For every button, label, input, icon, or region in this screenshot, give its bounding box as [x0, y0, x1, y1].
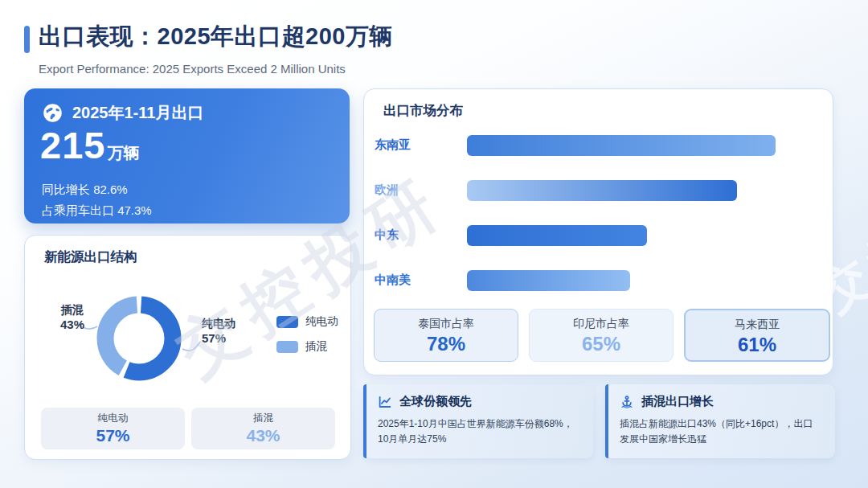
highlight-text: 插混占新能源出口43%（同比+16pct），出口 发展中国家增长迅猛: [620, 416, 827, 447]
donut-callout-bev: 纯电动 57%: [202, 317, 235, 346]
callout-value: 57%: [202, 331, 235, 347]
growth-label: 同比增长: [42, 182, 90, 196]
highlight-text: 2025年1-10月中国占世界新能源车份额68%， 10月单月达75%: [378, 416, 585, 447]
legend-swatch-phev: [276, 341, 298, 353]
nev-stat-bev: 纯电动 57%: [41, 408, 185, 449]
stat-label: 泰国市占率: [375, 317, 518, 331]
title-accent-bar: [24, 26, 30, 53]
page-title: 出口表现：2025年出口超200万辆: [39, 21, 393, 53]
callout-label: 纯电动: [202, 317, 235, 331]
stat-label: 纯电动: [41, 412, 185, 425]
stat-value: 61%: [686, 334, 829, 356]
stat-value: 57%: [41, 426, 185, 445]
summary-value: 215: [40, 123, 105, 167]
nev-structure-card: 新能源出口结构 插混 43% 纯电动 57% 纯电动 插混: [24, 235, 351, 460]
bar-label: 欧洲: [375, 182, 399, 198]
legend-item-bev: 纯电动: [276, 314, 338, 329]
legend-item-phev: 插混: [276, 339, 338, 354]
highlight-card-global-share: 全球份额领先 2025年1-10月中国占世界新能源车份额68%， 10月单月达7…: [363, 384, 593, 458]
leader-line-right: [182, 342, 200, 351]
market-card-title: 出口市场分布: [383, 102, 463, 120]
donut-legend: 纯电动 插混: [276, 314, 338, 354]
growth-value: 82.6%: [93, 182, 128, 196]
highlight-title: 全球份额领先: [399, 394, 472, 409]
summary-period-label: 2025年1-11月出口: [72, 102, 203, 124]
card-accent-bar: [363, 384, 366, 458]
stat-thailand: 泰国市占率 78%: [374, 309, 518, 362]
anchor-icon: [620, 395, 634, 409]
legend-swatch-bev: [276, 316, 298, 328]
slide-canvas: 出口表现：2025年出口超200万辆 Export Performance: 2…: [0, 0, 868, 488]
callout-label: 插混: [47, 303, 97, 318]
legend-label: 纯电动: [305, 314, 338, 329]
stat-indonesia: 印尼市占率 65%: [529, 309, 674, 362]
highlight-title: 插混出口增长: [641, 394, 714, 409]
export-summary-card: 2025年1-11月出口 215 万辆 同比增长 82.6% 占乘用车出口 47…: [24, 88, 350, 223]
legend-label: 插混: [305, 339, 327, 354]
bar-row-latin-america: 中南美: [364, 269, 833, 292]
stat-value: 43%: [191, 426, 335, 445]
callout-value: 43%: [47, 318, 97, 333]
line-chart-icon: [378, 395, 392, 409]
stat-value: 65%: [530, 333, 673, 355]
donut-callout-phev: 插混 43%: [47, 303, 97, 332]
bar-row-southeast-asia: 东南亚: [364, 134, 833, 157]
stat-label: 插混: [191, 412, 335, 425]
share-value: 47.3%: [117, 203, 152, 217]
bar-row-europe: 欧洲: [364, 179, 833, 202]
nev-stat-phev: 插混 43%: [191, 408, 335, 449]
stat-malaysia: 马来西亚 61%: [684, 309, 830, 362]
stat-label: 马来西亚: [686, 318, 829, 332]
market-distribution-card: 出口市场分布 东南亚 欧洲 中东 中南美 泰国市占率 78% 印尼市占率 65%: [363, 88, 833, 375]
bar-fill: [467, 135, 776, 156]
highlight-card-phev-export: 插混出口增长 插混占新能源出口43%（同比+16pct），出口 发展中国家增长迅…: [605, 384, 835, 458]
bar-fill: [467, 180, 737, 201]
bar-label: 中东: [375, 228, 399, 243]
page-subtitle: Export Performance: 2025 Exports Exceed …: [39, 62, 346, 76]
globe-icon: [42, 102, 63, 124]
card-accent-bar: [605, 384, 608, 458]
stat-value: 78%: [375, 333, 518, 355]
summary-unit: 万辆: [107, 142, 139, 164]
share-label: 占乘用车出口: [42, 203, 114, 217]
bar-fill: [467, 270, 630, 291]
bar-row-middle-east: 中东: [364, 224, 833, 247]
bar-fill: [467, 225, 647, 246]
market-stat-row: 泰国市占率 78% 印尼市占率 65% 马来西亚 61%: [374, 309, 830, 362]
nev-stat-row: 纯电动 57% 插混 43%: [41, 408, 335, 449]
bar-label: 东南亚: [375, 137, 411, 153]
bar-label: 中南美: [375, 273, 411, 288]
stat-label: 印尼市占率: [530, 317, 673, 331]
